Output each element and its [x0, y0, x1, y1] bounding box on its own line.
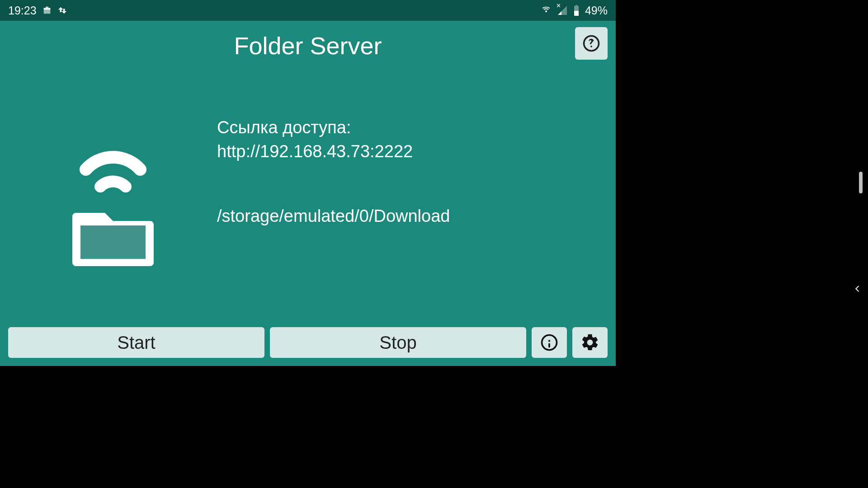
system-nav-rail	[616, 0, 868, 366]
info-button[interactable]	[532, 327, 567, 358]
access-link-label: Ссылка доступа:	[217, 116, 607, 140]
work-profile-icon	[42, 5, 52, 15]
hotspot-icon	[541, 5, 552, 16]
settings-button[interactable]	[572, 327, 608, 358]
info-icon	[539, 333, 559, 352]
help-icon	[581, 33, 601, 53]
battery-icon	[573, 5, 580, 16]
battery-level: 49%	[585, 4, 608, 17]
transfer-icon	[57, 5, 67, 15]
nav-back-button[interactable]	[851, 282, 863, 295]
main-content: Ссылка доступа: http://192.168.43.73:222…	[0, 70, 616, 323]
app-header: Folder Server	[0, 21, 616, 70]
scroll-indicator	[859, 172, 863, 193]
stop-button[interactable]: Stop	[270, 327, 526, 358]
app-title: Folder Server	[234, 32, 382, 60]
shared-folder-path: /storage/emulated/0/Download	[217, 204, 607, 228]
access-link-url[interactable]: http://192.168.43.73:2222	[217, 140, 607, 164]
gear-icon	[580, 333, 600, 352]
signal-icon: ✕	[557, 5, 568, 16]
chevron-left-icon	[852, 284, 862, 294]
server-illustration	[9, 89, 217, 323]
start-button[interactable]: Start	[8, 327, 264, 358]
status-right: ✕ 49%	[541, 4, 608, 17]
help-button[interactable]	[575, 27, 608, 60]
bottom-button-bar: Start Stop	[0, 323, 616, 366]
stop-button-label: Stop	[379, 333, 416, 353]
start-button-label: Start	[117, 333, 155, 353]
clock: 19:23	[8, 4, 37, 17]
status-left: 19:23	[8, 4, 67, 17]
app-screen: 19:23 ✕ 49% Folder Server	[0, 0, 616, 366]
info-panel: Ссылка доступа: http://192.168.43.73:222…	[217, 89, 607, 323]
wifi-folder-icon	[59, 142, 167, 269]
status-bar: 19:23 ✕ 49%	[0, 0, 616, 21]
